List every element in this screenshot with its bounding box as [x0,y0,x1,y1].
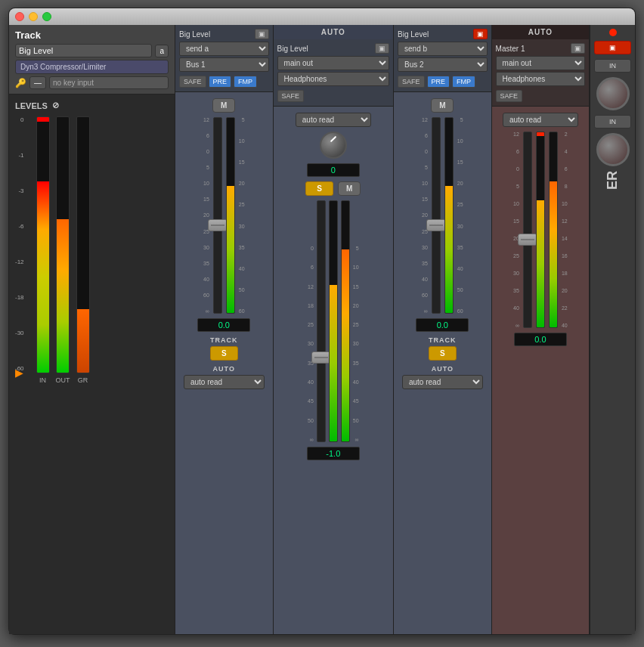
ch3-track-section: TRACK S [398,336,488,361]
ch1-fader-handle[interactable] [208,219,228,231]
ch1-fader-scale-right: 5 10 15 20 25 30 35 40 50 60 [239,117,245,314]
master-auto-mode[interactable]: auto read [503,113,578,127]
mixer-area: Big Level ▣ send a Bus 1 SAFE PRE FMP [175,25,635,634]
ch2-fader-track[interactable] [317,200,326,442]
ch2-auto-mode[interactable]: auto read [296,113,371,127]
ch2-meter-r [341,200,350,442]
ch1-meter-fill [227,186,234,313]
in-btn-2[interactable]: IN [594,115,631,128]
key-input[interactable]: no key input [49,76,169,89]
master-preset-row: Master 1 ▣ [496,43,586,54]
master-safe-btn[interactable]: SAFE [496,90,523,102]
ch3-solo-btn[interactable]: S [429,346,457,361]
master-fader-track[interactable] [523,132,532,328]
ch3-fader-scale-right: 5 10 15 20 25 30 35 40 50 60 [457,117,463,314]
ch3-fader-track[interactable] [432,117,441,314]
title-bar [9,8,635,25]
master-send-select[interactable]: main out [496,56,586,70]
ch2-fader-section: 0 6 12 18 25 30 35 40 45 50 ∞ [308,200,359,442]
key-btn[interactable]: — [29,76,46,89]
ch2-safe-btn[interactable]: SAFE [277,90,305,102]
ch3-send-select[interactable]: send b [398,42,488,56]
ch3-bus-select[interactable]: Bus 2 [398,57,488,72]
ch3-fader-handle[interactable] [426,219,446,231]
ch1-copy-btn[interactable]: ▣ [255,29,269,39]
play-button[interactable]: ▶ [15,367,23,379]
ch2-bus-select[interactable]: Headphones [277,72,389,86]
ch2-sm-buttons: S M [305,181,361,196]
master-bus-select[interactable]: Headphones [496,72,586,86]
track-header: Track Big Level a Dyn3 Compressor/Limite… [9,25,175,94]
ch1-fader-scale: 12 6 0 5 10 15 20 25 30 35 40 60 [203,117,209,314]
ch1-send-select[interactable]: send a [179,42,269,56]
ch3-auto-section: AUTO auto read [398,365,488,389]
ch2-safe-buttons: SAFE [277,90,389,102]
ch3-safe-btn[interactable]: SAFE [398,76,425,88]
gr-meter-bar [76,116,90,373]
ch3-meter [444,117,454,314]
out-meter-bar [56,116,70,373]
levels-section: LEVELS ⊘ 0 -1 -3 -6 -12 -18 -30 -60 [9,94,175,634]
ch1-pre-btn[interactable]: PRE [209,76,232,88]
ch1-mute-btn[interactable]: M [212,98,235,113]
ch1-meter [226,117,235,314]
levels-icon: ⊘ [52,101,59,110]
master-fader-handle[interactable] [518,234,537,246]
ch3-pre-btn[interactable]: PRE [427,76,450,88]
key-icon: 🔑 [15,78,26,88]
ch2-solo-btn[interactable]: S [305,181,333,196]
preset-selector[interactable]: Big Level [15,44,152,57]
master-preset: Master 1 [496,45,571,53]
ch2-fader-scale-right: 5 10 15 20 25 30 35 40 45 50 ∞ [353,246,359,442]
channel-strip-master: AUTO Master 1 ▣ main out Headphones SAFE [492,25,590,634]
ch2-copy-btn[interactable]: ▣ [375,43,389,54]
ch1-auto-dropdown[interactable]: auto read [184,375,265,389]
ch1-track-label: TRACK [179,336,269,344]
ch2-meter-r-fill [342,249,349,441]
master-value: 0.0 [514,333,567,346]
gr-meter-group: GR [76,116,90,628]
ch3-fmp-btn[interactable]: FMP [452,76,475,88]
in-btn-1[interactable]: IN [594,59,631,73]
meter-scale: 0 -1 -3 -6 -12 -18 -30 -60 [15,116,24,373]
ch3-auto-dropdown[interactable]: auto read [402,375,483,389]
ch3-mute-btn[interactable]: M [431,98,454,113]
in-meter-bar [36,116,50,373]
channel-2-top: Big Level ▣ main out Headphones SAFE [274,39,393,107]
ch2-preset: Big Level [277,45,375,53]
master-safe-buttons: SAFE [496,90,586,102]
levels-title: LEVELS ⊘ [15,101,169,110]
minimize-button[interactable] [29,12,38,21]
master-fader-section: 12 6 0 5 10 15 20 25 30 35 40 ∞ [513,132,568,328]
ch1-solo-btn[interactable]: S [210,346,238,361]
red-btn[interactable]: ▣ [594,41,631,54]
ch2-mute-btn[interactable]: M [338,181,361,196]
master-copy-btn[interactable]: ▣ [571,43,585,54]
maximize-button[interactable] [42,12,51,21]
channel-2-preset-row: Big Level ▣ [277,43,389,54]
ch2-meter-l [329,200,338,442]
plugin-name[interactable]: Dyn3 Compressor/Limiter [15,60,169,74]
ch1-fmp-btn[interactable]: FMP [234,76,257,88]
ch1-safe-buttons: SAFE PRE FMP [179,76,269,88]
key-input-row: 🔑 — no key input [15,76,169,89]
out-meter-label: OUT [56,376,70,384]
preset-variant[interactable]: a [155,45,169,57]
ch3-auto-label: AUTO [398,365,488,373]
ch1-fader-track[interactable] [213,117,222,314]
ch1-bus-select[interactable]: Bus 1 [179,57,269,72]
channel-3-top: Big Level ▣ send b Bus 2 SAFE PRE FMP [394,25,491,92]
ch3-value: 0.0 [416,318,469,332]
ch2-fader-handle[interactable] [311,351,331,364]
right-knob-1[interactable] [596,77,630,110]
ch1-safe-btn[interactable]: SAFE [179,76,206,88]
ch3-copy-btn[interactable]: ▣ [473,29,488,39]
in-meter-fill [37,181,49,373]
ch3-meter-fill [445,186,453,313]
right-knob-2[interactable] [596,133,630,166]
close-button[interactable] [15,12,24,21]
content-area: Track Big Level a Dyn3 Compressor/Limite… [9,25,635,634]
ch2-send-select[interactable]: main out [277,56,389,70]
gr-meter-label: GR [78,376,88,384]
ch2-knob[interactable] [320,132,347,159]
